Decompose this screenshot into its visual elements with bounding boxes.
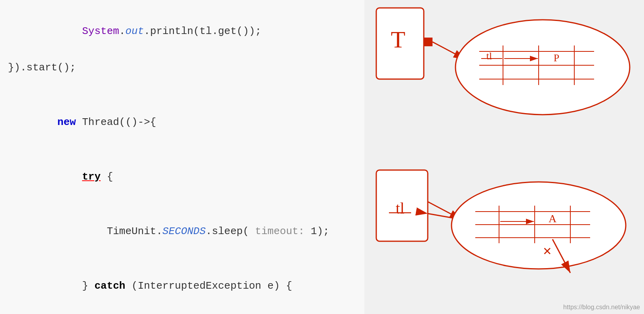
code-content: System.out.println(tl.get()); }).start()… [0,0,364,314]
code-line-4: new Thread(()->{ [8,95,356,149]
code-line-7: } catch (InterruptedException e) { [8,259,356,313]
svg-rect-2 [424,38,433,46]
watermark: https://blog.csdn.net/nikyae [563,304,640,311]
kw-out: out [125,25,144,37]
svg-text:tl: tl [396,199,404,217]
svg-point-4 [455,20,630,115]
kw-system: System [82,25,119,37]
svg-text:T: T [391,26,406,53]
code-line-2: }).start(); [8,59,356,77]
kw-catch: catch [94,280,125,292]
svg-text:tl: tl [486,50,492,62]
diagrams-svg: T tl P [364,0,644,314]
diagram-panel: T tl P [364,0,644,314]
code-line-5: try { [8,149,356,204]
code-line-6: TimeUnit.SECONDS.sleep( timeout: 1); [8,204,356,259]
kw-try: try [82,171,101,183]
svg-point-20 [452,182,626,269]
svg-text:✕: ✕ [543,245,552,257]
kw-seconds: SECONDS [162,225,206,237]
kw-timeout: timeout: [249,225,305,237]
code-line-blank1 [8,77,356,95]
kw-new1: new [57,116,76,128]
code-panel: System.out.println(tl.get()); }).start()… [0,0,364,314]
svg-text:P: P [554,52,559,64]
svg-text:A: A [549,212,557,225]
main-container: System.out.println(tl.get()); }).start()… [0,0,644,314]
code-line-1: System.out.println(tl.get()); [8,4,356,59]
